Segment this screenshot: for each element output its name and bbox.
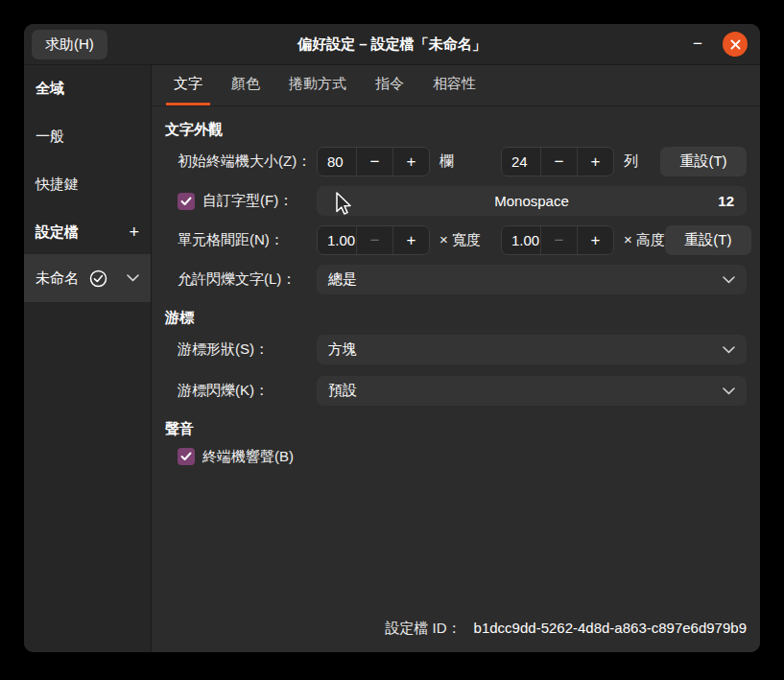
minimize-icon[interactable]: − <box>689 35 706 53</box>
height-spacing-value[interactable]: 1.00 <box>502 226 540 254</box>
rows-value[interactable]: 24 <box>502 148 540 176</box>
columns-value[interactable]: 80 <box>318 148 356 176</box>
columns-unit-label: 欄 <box>440 152 501 171</box>
section-heading-sound: 聲音 <box>165 420 747 437</box>
custom-font-checkbox[interactable] <box>178 193 195 210</box>
checkmark-icon <box>180 452 192 461</box>
chevron-down-icon[interactable] <box>127 274 139 282</box>
sidebar-heading-global: 全域 <box>24 79 151 98</box>
allow-blinking-label: 允許閃爍文字(L)： <box>165 270 317 289</box>
window-body: 全域 一般 快捷鍵 設定檔 + 未命名 文字 <box>24 65 760 652</box>
columns-decrement-button[interactable]: − <box>356 148 392 176</box>
custom-font-label-cell: 自訂字型(F)： <box>165 192 317 210</box>
titlebar: 求助(H) 偏好設定 – 設定檔「未命名」 − <box>24 24 760 65</box>
help-button[interactable]: 求助(H) <box>32 30 107 59</box>
tab-colors[interactable]: 顏色 <box>224 65 268 106</box>
row-cursor-blinking: 游標閃爍(K)： 預設 <box>165 376 747 406</box>
sidebar-item-profile-unnamed[interactable]: 未命名 <box>24 254 151 302</box>
add-profile-icon[interactable]: + <box>129 223 139 241</box>
section-heading-cursor: 游標 <box>165 309 747 326</box>
height-spacing-increment-button[interactable]: + <box>577 226 613 254</box>
size-reset-button[interactable]: 重設(T) <box>660 147 747 176</box>
row-allow-blinking-text: 允許閃爍文字(L)： 總是 <box>165 265 747 294</box>
rows-unit-label: 列 <box>624 152 638 171</box>
tab-scrolling[interactable]: 捲動方式 <box>281 65 354 106</box>
cursor-blinking-label: 游標閃爍(K)： <box>165 382 317 400</box>
tab-content: 文字外觀 初始終端機大小(Z)： 80 − + 欄 24 − + 列 <box>152 106 760 652</box>
allow-blinking-dropdown[interactable]: 總是 <box>317 265 747 294</box>
width-spacing-value[interactable]: 1.00 <box>318 226 356 254</box>
row-terminal-bell: 終端機響聲(B) <box>178 446 747 467</box>
columns-spinbox: 80 − + <box>317 147 430 176</box>
sidebar-profiles-row: 設定檔 + <box>24 223 151 242</box>
font-name-label: Monospace <box>494 193 569 209</box>
height-spacing-spinbox: 1.00 − + <box>501 225 614 255</box>
window-title: 偏好設定 – 設定檔「未命名」 <box>139 35 645 54</box>
row-cursor-shape: 游標形狀(S)： 方塊 <box>165 335 747 364</box>
desktop: { "colors": { "accent_orange": "#e95420"… <box>0 0 784 680</box>
sidebar: 全域 一般 快捷鍵 設定檔 + 未命名 <box>24 65 152 652</box>
row-custom-font: 自訂字型(F)： Monospace 12 <box>165 186 747 216</box>
width-spacing-increment-button[interactable]: + <box>392 226 429 254</box>
close-icon <box>730 39 741 50</box>
height-spacing-decrement-button[interactable]: − <box>540 226 577 254</box>
chevron-down-icon <box>723 387 735 395</box>
sidebar-heading-profiles: 設定檔 <box>24 223 90 242</box>
width-spacing-spinbox: 1.00 − + <box>317 225 430 255</box>
chevron-down-icon <box>723 276 735 284</box>
height-spacing-unit-label: × 高度 <box>624 231 665 249</box>
cursor-shape-value: 方塊 <box>328 340 357 359</box>
font-size-label: 12 <box>718 193 734 209</box>
tab-command[interactable]: 指令 <box>368 65 412 106</box>
window-controls: − <box>689 32 760 57</box>
tab-compatibility[interactable]: 相容性 <box>425 65 484 106</box>
preferences-window: 求助(H) 偏好設定 – 設定檔「未命名」 − 全域 一般 快捷鍵 設定檔 + … <box>24 24 760 652</box>
terminal-bell-checkbox[interactable] <box>178 448 195 465</box>
spacing-reset-button[interactable]: 重設(T) <box>665 225 751 255</box>
width-spacing-unit-label: × 寬度 <box>440 231 501 249</box>
row-initial-terminal-size: 初始終端機大小(Z)： 80 − + 欄 24 − + 列 重設(T) <box>165 147 747 176</box>
rows-spinbox: 24 − + <box>501 147 614 176</box>
sidebar-item-shortcuts[interactable]: 快捷鍵 <box>24 175 151 194</box>
checkmark-icon <box>180 197 192 206</box>
main-panel: 文字 顏色 捲動方式 指令 相容性 文字外觀 初始終端機大小(Z)： 80 − … <box>152 65 760 652</box>
width-spacing-decrement-button[interactable]: − <box>356 226 392 254</box>
custom-font-label: 自訂字型(F)： <box>202 192 293 210</box>
cursor-blinking-dropdown[interactable]: 預設 <box>317 376 747 406</box>
section-heading-text-appearance: 文字外觀 <box>165 121 747 138</box>
rows-increment-button[interactable]: + <box>577 148 613 176</box>
row-cell-spacing: 單元格間距(N)： 1.00 − + × 寬度 1.00 − + × 高度 重設… <box>165 225 747 255</box>
initial-size-label: 初始終端機大小(Z)： <box>165 152 317 171</box>
rows-decrement-button[interactable]: − <box>540 148 577 176</box>
profile-name-label: 未命名 <box>36 270 79 288</box>
tab-bar: 文字 顏色 捲動方式 指令 相容性 <box>152 65 760 106</box>
profile-id-label: 設定檔 ID： <box>385 620 461 638</box>
sidebar-item-general[interactable]: 一般 <box>24 127 151 146</box>
close-button[interactable] <box>723 32 748 57</box>
columns-increment-button[interactable]: + <box>392 148 429 176</box>
font-chooser-button[interactable]: Monospace 12 <box>317 186 747 216</box>
chevron-down-icon <box>723 346 735 354</box>
profile-id-value: b1dcc9dd-5262-4d8d-a863-c897e6d979b9 <box>474 620 747 636</box>
cursor-blinking-value: 預設 <box>328 382 357 400</box>
cursor-shape-dropdown[interactable]: 方塊 <box>317 335 747 364</box>
allow-blinking-value: 總是 <box>328 270 357 289</box>
cursor-shape-label: 游標形狀(S)： <box>165 340 317 359</box>
terminal-bell-label: 終端機響聲(B) <box>202 448 294 466</box>
check-circle-icon <box>88 269 108 289</box>
tab-text[interactable]: 文字 <box>166 65 210 106</box>
profile-id-row: 設定檔 ID： b1dcc9dd-5262-4d8d-a863-c897e6d9… <box>385 620 747 638</box>
cell-spacing-label: 單元格間距(N)： <box>165 231 317 249</box>
